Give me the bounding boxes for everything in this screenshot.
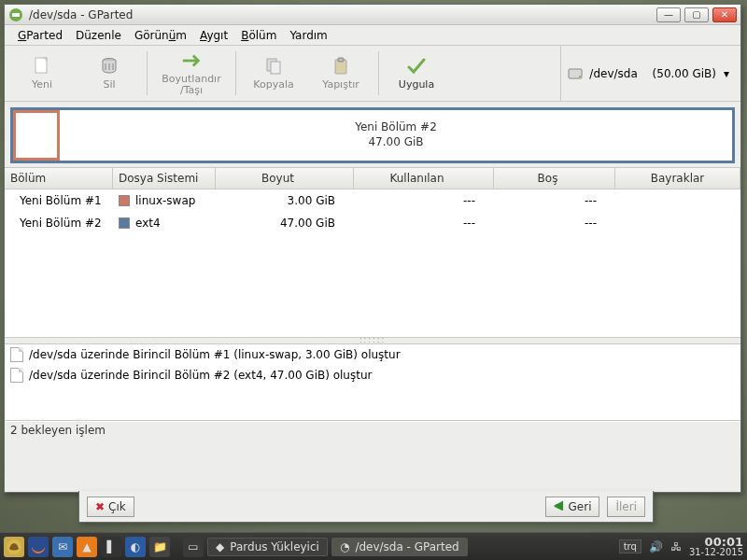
disk-map[interactable]: Yeni Bölüm #2 47.00 GiB (10, 107, 735, 163)
task-gparted[interactable]: ◔ /dev/sda - GParted (331, 538, 468, 556)
keyboard-layout-indicator[interactable]: trq (619, 539, 641, 553)
col-free[interactable]: Boş (494, 168, 615, 189)
fs-name: ext4 (135, 217, 161, 230)
file-new-icon (32, 56, 52, 77)
partition-name: Yeni Bölüm #2 (5, 215, 113, 231)
col-size[interactable]: Boyut (216, 168, 354, 189)
filemanager-launcher[interactable]: 📁 (149, 537, 170, 557)
volume-icon[interactable]: 🔊 (649, 540, 663, 553)
partition-table: Yeni Bölüm #1 linux-swap 3.00 GiB --- --… (5, 189, 740, 337)
apply-button[interactable]: Uygula (383, 46, 450, 101)
resize-label: Boyutlandır/Taşı (162, 74, 220, 95)
clock-date: 31-12-2015 (689, 548, 743, 557)
table-row[interactable]: Yeni Bölüm #2 ext4 47.00 GiB --- --- (5, 212, 740, 234)
status-text: 2 bekleyen işlem (10, 424, 106, 437)
partition-used: --- (354, 215, 494, 231)
new-partition-button[interactable]: Yeni (8, 46, 76, 101)
col-used[interactable]: Kullanılan (354, 168, 494, 189)
operation-row[interactable]: /dev/sda üzerinde Birincil Bölüm #1 (lin… (5, 344, 740, 365)
col-partition[interactable]: Bölüm (5, 168, 113, 189)
svg-point-12 (579, 76, 581, 77)
toolbar: Yeni Sil Boyutlandır/Taşı Kopyala (5, 46, 740, 102)
browser-launcher[interactable]: ◐ (125, 537, 146, 557)
task-installer[interactable]: ◆ Pardus Yükleyici (207, 538, 328, 556)
partition-free: --- (494, 192, 615, 209)
copy-label: Kopyala (253, 79, 293, 91)
copy-button[interactable]: Kopyala (240, 46, 307, 101)
menu-yardim[interactable]: Yardım (284, 27, 332, 44)
terminal-launcher[interactable]: ▌ (101, 537, 121, 557)
start-menu-button[interactable] (4, 537, 24, 557)
segment-label: Yeni Bölüm #2 (355, 120, 437, 135)
exit-button[interactable]: ✖ Çık (87, 497, 134, 517)
partition-table-header: Bölüm Dosya Sistemi Boyut Kullanılan Boş… (5, 167, 740, 189)
resize-icon (181, 50, 202, 71)
partition-free: --- (494, 215, 615, 231)
menu-aygit[interactable]: Aygıt (194, 27, 233, 44)
partition-used: --- (354, 192, 494, 209)
task-label: Pardus Yükleyici (230, 540, 319, 553)
fs-swatch-icon (119, 217, 130, 229)
new-label: Yeni (32, 79, 52, 91)
apply-check-icon (406, 56, 427, 77)
op-create-icon (10, 347, 23, 362)
arrow-left-icon: ⯇ (554, 500, 565, 513)
toolbar-separator (147, 51, 148, 95)
toolbar-separator (235, 51, 236, 95)
toolbar-separator (378, 51, 379, 95)
minimize-button[interactable]: — (656, 7, 681, 22)
titlebar[interactable]: /dev/sda - GParted — ▢ ✕ (5, 5, 740, 25)
device-selector[interactable]: /dev/sda (50.00 GiB) ▾ (560, 46, 737, 101)
operation-text: /dev/sda üzerinde Birincil Bölüm #2 (ext… (29, 369, 372, 382)
col-fs[interactable]: Dosya Sistemi (113, 168, 216, 189)
next-button[interactable]: İleri (607, 497, 645, 517)
pending-operations: /dev/sda üzerinde Birincil Bölüm #1 (lin… (5, 344, 740, 421)
gparted-window: /dev/sda - GParted — ▢ ✕ GParted Düzenle… (4, 4, 741, 493)
svg-rect-10 (338, 58, 344, 62)
table-row[interactable]: Yeni Bölüm #1 linux-swap 3.00 GiB --- --… (5, 189, 740, 212)
apply-label: Uygula (399, 79, 434, 91)
disk-segment-ext4[interactable]: Yeni Bölüm #2 47.00 GiB (60, 110, 732, 161)
maximize-button[interactable]: ▢ (684, 7, 709, 22)
back-button[interactable]: ⯇ Geri (545, 497, 600, 517)
paste-icon (331, 56, 351, 77)
vlc-launcher[interactable]: ▲ (77, 537, 97, 557)
segment-size: 47.00 GiB (355, 135, 437, 150)
taskbar: ✉ ▲ ▌ ◐ 📁 ▭ ◆ Pardus Yükleyici ◔ /dev/sd… (0, 532, 747, 560)
svg-rect-8 (271, 62, 280, 74)
fs-name: linux-swap (135, 194, 195, 207)
installer-wizard-buttons: ✖ Çık ⯇ Geri İleri (78, 491, 654, 523)
clock[interactable]: 00:01 31-12-2015 (689, 536, 743, 557)
exit-icon: ✖ (95, 500, 105, 513)
paste-label: Yapıştır (322, 79, 359, 91)
menu-gparted[interactable]: GParted (12, 27, 68, 44)
exit-label: Çık (108, 500, 126, 513)
thunderbird-launcher[interactable]: ✉ (52, 537, 73, 557)
disk-segment-swap[interactable] (13, 110, 60, 161)
operation-row[interactable]: /dev/sda üzerinde Birincil Bölüm #2 (ext… (5, 365, 740, 385)
network-icon[interactable]: 🖧 (670, 540, 682, 553)
statusbar: 2 bekleyen işlem (5, 421, 740, 440)
pane-gripper[interactable]: :::::: (5, 337, 740, 344)
device-size: (50.00 GiB) (653, 67, 716, 80)
task-label: /dev/sda - GParted (355, 540, 458, 553)
window-icon: ◆ (216, 540, 224, 553)
col-flags[interactable]: Bayraklar (615, 168, 740, 189)
disk-icon (567, 65, 584, 82)
close-button[interactable]: ✕ (712, 7, 737, 22)
partition-size: 47.00 GiB (216, 215, 354, 231)
menu-duzenle[interactable]: Düzenle (70, 27, 127, 44)
partition-flags (615, 192, 740, 209)
show-desktop-button[interactable]: ▭ (183, 537, 204, 557)
menu-bolum[interactable]: Bölüm (235, 27, 282, 44)
paste-button[interactable]: Yapıştır (307, 46, 374, 101)
resize-move-button[interactable]: Boyutlandır/Taşı (151, 46, 232, 101)
delete-partition-button[interactable]: Sil (76, 46, 143, 101)
chevron-down-icon: ▾ (722, 67, 731, 80)
partition-size: 3.00 GiB (216, 192, 354, 209)
menu-gorunum[interactable]: Görünüm (129, 27, 192, 44)
menubar: GParted Düzenle Görünüm Aygıt Bölüm Yard… (5, 25, 740, 46)
back-label: Geri (569, 500, 592, 513)
firefox-launcher[interactable] (28, 537, 49, 557)
op-create-icon (10, 368, 23, 383)
